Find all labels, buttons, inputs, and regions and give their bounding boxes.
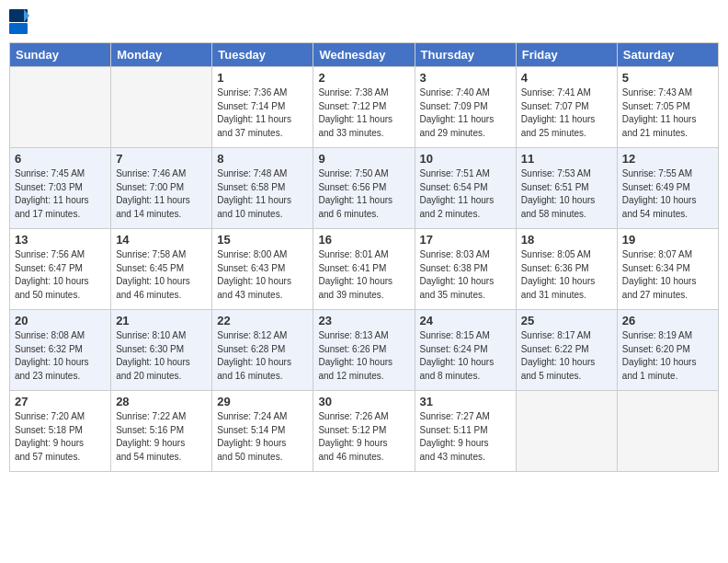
calendar-day-cell	[10, 67, 111, 148]
day-number: 19	[622, 233, 713, 247]
day-detail: Sunrise: 7:56 AM Sunset: 6:47 PM Dayligh…	[15, 248, 106, 302]
calendar-day-cell: 5Sunrise: 7:43 AM Sunset: 7:05 PM Daylig…	[617, 67, 718, 148]
day-detail: Sunrise: 7:36 AM Sunset: 7:14 PM Dayligh…	[217, 86, 308, 140]
day-number: 4	[521, 71, 612, 85]
calendar-day-cell: 13Sunrise: 7:56 AM Sunset: 6:47 PM Dayli…	[10, 229, 111, 310]
calendar-day-cell: 31Sunrise: 7:27 AM Sunset: 5:11 PM Dayli…	[415, 391, 516, 472]
calendar-day-cell: 29Sunrise: 7:24 AM Sunset: 5:14 PM Dayli…	[212, 391, 313, 472]
calendar-day-cell: 9Sunrise: 7:50 AM Sunset: 6:56 PM Daylig…	[313, 148, 415, 229]
day-detail: Sunrise: 8:08 AM Sunset: 6:32 PM Dayligh…	[15, 329, 106, 383]
calendar-day-cell: 25Sunrise: 8:17 AM Sunset: 6:22 PM Dayli…	[516, 310, 617, 391]
day-detail: Sunrise: 8:19 AM Sunset: 6:20 PM Dayligh…	[622, 329, 713, 383]
day-number: 18	[521, 233, 612, 247]
day-number: 21	[116, 314, 207, 327]
day-number: 17	[420, 233, 511, 247]
calendar-week-row: 27Sunrise: 7:20 AM Sunset: 5:18 PM Dayli…	[10, 391, 719, 472]
calendar-day-cell: 16Sunrise: 8:01 AM Sunset: 6:41 PM Dayli…	[313, 229, 415, 310]
day-number: 24	[420, 314, 511, 327]
day-number: 13	[15, 233, 106, 247]
day-number: 5	[622, 71, 713, 85]
day-number: 22	[217, 314, 308, 327]
day-detail: Sunrise: 8:10 AM Sunset: 6:30 PM Dayligh…	[116, 329, 207, 383]
calendar-week-row: 20Sunrise: 8:08 AM Sunset: 6:32 PM Dayli…	[10, 310, 719, 391]
day-number: 25	[521, 314, 612, 327]
day-detail: Sunrise: 7:51 AM Sunset: 6:54 PM Dayligh…	[420, 167, 511, 221]
calendar-day-cell: 3Sunrise: 7:40 AM Sunset: 7:09 PM Daylig…	[415, 67, 516, 148]
weekday-header: Thursday	[415, 43, 516, 67]
day-number: 29	[217, 395, 308, 408]
calendar-day-cell: 20Sunrise: 8:08 AM Sunset: 6:32 PM Dayli…	[10, 310, 111, 391]
logo	[9, 9, 31, 35]
calendar-day-cell: 30Sunrise: 7:26 AM Sunset: 5:12 PM Dayli…	[313, 391, 415, 472]
day-detail: Sunrise: 7:55 AM Sunset: 6:49 PM Dayligh…	[622, 167, 713, 221]
day-detail: Sunrise: 8:03 AM Sunset: 6:38 PM Dayligh…	[420, 248, 511, 302]
day-number: 20	[15, 314, 106, 327]
calendar-week-row: 1Sunrise: 7:36 AM Sunset: 7:14 PM Daylig…	[10, 67, 719, 148]
day-number: 7	[116, 152, 207, 166]
calendar-day-cell	[111, 67, 212, 148]
logo-icon	[9, 9, 29, 35]
day-detail: Sunrise: 8:17 AM Sunset: 6:22 PM Dayligh…	[521, 329, 612, 383]
day-number: 31	[420, 395, 511, 408]
day-number: 8	[217, 152, 308, 166]
calendar-day-cell: 11Sunrise: 7:53 AM Sunset: 6:51 PM Dayli…	[516, 148, 617, 229]
calendar-day-cell: 6Sunrise: 7:45 AM Sunset: 7:03 PM Daylig…	[10, 148, 111, 229]
svg-rect-1	[9, 23, 28, 34]
calendar-day-cell: 7Sunrise: 7:46 AM Sunset: 7:00 PM Daylig…	[111, 148, 212, 229]
day-number: 12	[622, 152, 713, 166]
calendar-day-cell: 28Sunrise: 7:22 AM Sunset: 5:16 PM Dayli…	[111, 391, 212, 472]
day-detail: Sunrise: 7:50 AM Sunset: 6:56 PM Dayligh…	[318, 167, 409, 221]
weekday-header: Sunday	[10, 43, 111, 67]
day-detail: Sunrise: 7:40 AM Sunset: 7:09 PM Dayligh…	[420, 86, 511, 140]
day-detail: Sunrise: 7:53 AM Sunset: 6:51 PM Dayligh…	[521, 167, 612, 221]
day-detail: Sunrise: 8:12 AM Sunset: 6:28 PM Dayligh…	[217, 329, 308, 383]
day-detail: Sunrise: 7:27 AM Sunset: 5:11 PM Dayligh…	[420, 410, 511, 464]
day-number: 14	[116, 233, 207, 247]
day-number: 2	[318, 71, 409, 85]
calendar-day-cell: 15Sunrise: 8:00 AM Sunset: 6:43 PM Dayli…	[212, 229, 313, 310]
calendar-week-row: 6Sunrise: 7:45 AM Sunset: 7:03 PM Daylig…	[10, 148, 719, 229]
calendar-day-cell: 4Sunrise: 7:41 AM Sunset: 7:07 PM Daylig…	[516, 67, 617, 148]
day-detail: Sunrise: 8:00 AM Sunset: 6:43 PM Dayligh…	[217, 248, 308, 302]
weekday-header: Wednesday	[313, 43, 415, 67]
calendar-day-cell: 8Sunrise: 7:48 AM Sunset: 6:58 PM Daylig…	[212, 148, 313, 229]
weekday-header: Saturday	[617, 43, 718, 67]
day-detail: Sunrise: 7:38 AM Sunset: 7:12 PM Dayligh…	[318, 86, 409, 140]
day-detail: Sunrise: 7:48 AM Sunset: 6:58 PM Dayligh…	[217, 167, 308, 221]
calendar-day-cell: 17Sunrise: 8:03 AM Sunset: 6:38 PM Dayli…	[415, 229, 516, 310]
day-detail: Sunrise: 8:07 AM Sunset: 6:34 PM Dayligh…	[622, 248, 713, 302]
day-number: 16	[318, 233, 409, 247]
calendar-week-row: 13Sunrise: 7:56 AM Sunset: 6:47 PM Dayli…	[10, 229, 719, 310]
day-number: 27	[15, 395, 106, 408]
calendar-day-cell: 2Sunrise: 7:38 AM Sunset: 7:12 PM Daylig…	[313, 67, 415, 148]
calendar-day-cell: 22Sunrise: 8:12 AM Sunset: 6:28 PM Dayli…	[212, 310, 313, 391]
calendar-table: SundayMondayTuesdayWednesdayThursdayFrid…	[9, 42, 719, 472]
day-number: 3	[420, 71, 511, 85]
weekday-header: Friday	[516, 43, 617, 67]
calendar-day-cell: 18Sunrise: 8:05 AM Sunset: 6:36 PM Dayli…	[516, 229, 617, 310]
calendar-day-cell: 23Sunrise: 8:13 AM Sunset: 6:26 PM Dayli…	[313, 310, 415, 391]
calendar-day-cell: 26Sunrise: 8:19 AM Sunset: 6:20 PM Dayli…	[617, 310, 718, 391]
day-detail: Sunrise: 8:01 AM Sunset: 6:41 PM Dayligh…	[318, 248, 409, 302]
day-number: 26	[622, 314, 713, 327]
day-number: 6	[15, 152, 106, 166]
calendar-day-cell	[617, 391, 718, 472]
weekday-header-row: SundayMondayTuesdayWednesdayThursdayFrid…	[10, 43, 719, 67]
day-number: 11	[521, 152, 612, 166]
calendar-day-cell	[516, 391, 617, 472]
day-number: 10	[420, 152, 511, 166]
calendar-day-cell: 12Sunrise: 7:55 AM Sunset: 6:49 PM Dayli…	[617, 148, 718, 229]
day-detail: Sunrise: 7:43 AM Sunset: 7:05 PM Dayligh…	[622, 86, 713, 140]
day-detail: Sunrise: 7:26 AM Sunset: 5:12 PM Dayligh…	[318, 410, 409, 464]
day-detail: Sunrise: 7:20 AM Sunset: 5:18 PM Dayligh…	[15, 410, 106, 464]
calendar-day-cell: 10Sunrise: 7:51 AM Sunset: 6:54 PM Dayli…	[415, 148, 516, 229]
calendar-day-cell: 14Sunrise: 7:58 AM Sunset: 6:45 PM Dayli…	[111, 229, 212, 310]
calendar-day-cell: 1Sunrise: 7:36 AM Sunset: 7:14 PM Daylig…	[212, 67, 313, 148]
weekday-header: Monday	[111, 43, 212, 67]
day-detail: Sunrise: 7:46 AM Sunset: 7:00 PM Dayligh…	[116, 167, 207, 221]
calendar-day-cell: 21Sunrise: 8:10 AM Sunset: 6:30 PM Dayli…	[111, 310, 212, 391]
day-number: 28	[116, 395, 207, 408]
day-number: 9	[318, 152, 409, 166]
day-number: 15	[217, 233, 308, 247]
day-detail: Sunrise: 7:41 AM Sunset: 7:07 PM Dayligh…	[521, 86, 612, 140]
